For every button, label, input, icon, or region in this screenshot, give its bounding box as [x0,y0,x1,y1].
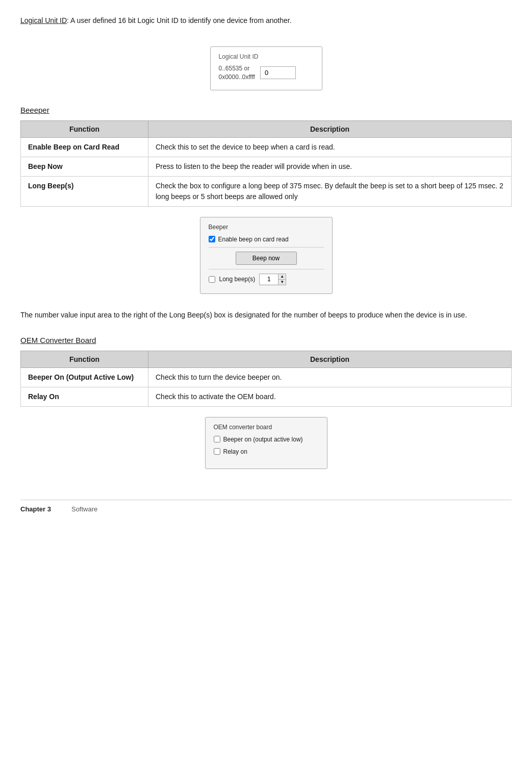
logical-unit-row: 0..65535 or0x0000..0xffff [219,64,314,82]
spinner-down-arrow[interactable]: ▼ [278,280,286,285]
beeper-row3-description: Check the box to configure a long beep o… [148,176,512,206]
table-row: Long Beep(s) Check the box to configure … [21,176,512,206]
beeper-col-description: Description [148,120,512,137]
beeper-on-row: Beeper on (output active low) [214,436,319,443]
beeper-row1-function: Enable Beep on Card Read [21,137,148,157]
beeper-mockup-title: Beeper [209,224,324,231]
oem-row2-function: Relay On [21,387,148,406]
table-row: Beeper On (Output Active Low) Check this… [21,367,512,387]
relay-on-row: Relay on [214,448,319,455]
oem-mockup: OEM converter board Beeper on (output ac… [205,417,327,469]
intro-text: : A user defined 16 bit Logic Unit ID to… [67,16,292,24]
beeper-table: Function Description Enable Beep on Card… [20,120,512,207]
body-text: The number value input area to the right… [20,309,512,321]
mockup-separator2 [209,269,324,269]
long-beep-spinner[interactable]: ▲ ▼ [259,274,286,285]
logical-unit-box: Logical Unit ID 0..65535 or0x0000..0xfff… [210,46,322,90]
enable-beep-checkbox[interactable] [209,236,215,242]
oem-heading: OEM Converter Board [20,336,512,344]
logical-unit-id-link: Logical Unit ID [20,16,67,24]
table-row: Relay On Check this to activate the OEM … [21,387,512,406]
mockup-separator [209,247,324,248]
table-row: Enable Beep on Card Read Check this to s… [21,137,512,157]
footer: Chapter 3 Software [20,500,512,513]
long-beep-row: Long beep(s) ▲ ▼ [209,274,324,285]
long-beep-value-input[interactable] [260,275,278,284]
oem-mockup-title: OEM converter board [214,424,319,431]
oem-mockup-center: OEM converter board Beeper on (output ac… [20,417,512,469]
oem-row2-description: Check this to activate the OEM board. [148,387,512,406]
table-row: Beep Now Press to listen to the beep the… [21,157,512,176]
beeper-heading: Beeeper [20,106,512,114]
enable-beep-row: Enable beep on card read [209,236,324,243]
oem-table: Function Description Beeper On (Output A… [20,351,512,407]
long-beep-checkbox[interactable] [209,276,215,283]
beeper-mockup: Beeper Enable beep on card read Beep now… [200,217,333,294]
beeper-row2-description: Press to listen to the beep the reader w… [148,157,512,176]
beeper-row1-description: Check this to set the device to beep whe… [148,137,512,157]
oem-col-function: Function [21,351,148,367]
beeper-row3-function: Long Beep(s) [21,176,148,206]
beep-now-button[interactable]: Beep now [236,252,297,265]
oem-row1-function: Beeper On (Output Active Low) [21,367,148,387]
spinner-up-arrow[interactable]: ▲ [278,274,286,280]
beeper-col-function: Function [21,120,148,137]
beeper-on-label: Beeper on (output active low) [223,436,303,443]
spinner-arrows: ▲ ▼ [278,274,286,285]
intro-paragraph: Logical Unit ID: A user defined 16 bit L… [20,15,512,26]
oem-col-description: Description [148,351,512,367]
logical-unit-range-label: 0..65535 or0x0000..0xffff [219,64,255,82]
footer-section: Software [71,505,97,513]
relay-on-label: Relay on [223,448,247,455]
logical-unit-center-block: Logical Unit ID 0..65535 or0x0000..0xfff… [20,41,512,90]
footer-chapter: Chapter 3 [20,505,51,513]
long-beep-label: Long beep(s) [219,276,256,283]
beeper-row2-function: Beep Now [21,157,148,176]
enable-beep-label: Enable beep on card read [218,236,289,243]
logical-unit-box-title: Logical Unit ID [219,53,314,60]
oem-row1-description: Check this to turn the device beeper on. [148,367,512,387]
logical-unit-input[interactable] [260,66,296,79]
beeper-mockup-center: Beeper Enable beep on card read Beep now… [20,217,512,294]
relay-on-checkbox[interactable] [214,448,220,455]
beeper-on-checkbox[interactable] [214,436,220,442]
